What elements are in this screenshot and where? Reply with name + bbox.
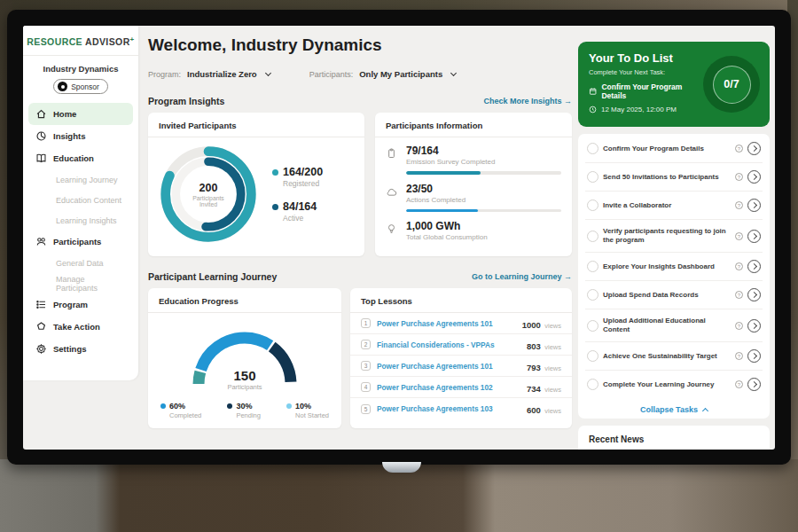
lesson-rank: 5 xyxy=(361,404,371,414)
info-icon[interactable] xyxy=(735,262,743,270)
task-checkbox[interactable] xyxy=(587,143,598,154)
task-row[interactable]: Send 50 Invitations to Participants xyxy=(585,163,763,192)
lesson-link[interactable]: Financial Considerations - VPPAs xyxy=(377,340,520,349)
lesson-link[interactable]: Power Purchase Agreements 101 xyxy=(377,362,520,371)
legend-dot xyxy=(272,204,278,210)
sidebar-item-education-content[interactable]: Education Content xyxy=(28,190,133,210)
task-checkbox[interactable] xyxy=(587,289,598,301)
lesson-row: 4 Power Purchase Agreements 102 734 view… xyxy=(350,377,572,398)
sidebar-item-general-data[interactable]: General Data xyxy=(28,253,133,273)
program-filter[interactable]: Program: Industrialize Zero xyxy=(148,69,270,79)
sidebar-item-settings[interactable]: Settings xyxy=(28,338,133,360)
task-row[interactable]: Complete Your Learning Journey xyxy=(585,371,763,398)
sponsor-badge[interactable]: Sponsor xyxy=(53,79,108,94)
chevron-right-icon[interactable] xyxy=(747,288,761,301)
participants-filter[interactable]: Participants: Only My Participants xyxy=(309,69,457,79)
legend-not-started: 10% Not Started xyxy=(286,402,329,419)
card-title: Education Progress xyxy=(148,288,341,313)
recent-news-title: Recent News xyxy=(578,426,770,450)
chevron-right-icon[interactable] xyxy=(747,199,761,212)
lesson-views: 734 views xyxy=(527,379,561,395)
settings-gear-icon xyxy=(35,343,47,355)
clock-icon xyxy=(589,106,597,113)
todo-task-list: Confirm Your Program Details Send 50 Inv… xyxy=(578,134,770,419)
chevron-right-icon[interactable] xyxy=(747,230,761,243)
task-checkbox[interactable] xyxy=(587,171,598,183)
chevron-right-icon[interactable] xyxy=(747,378,761,391)
sidebar-item-home[interactable]: Home xyxy=(28,103,133,125)
chevron-right-icon[interactable] xyxy=(747,319,761,332)
home-icon xyxy=(35,108,47,120)
sidebar-item-take-action[interactable]: Take Action xyxy=(28,316,133,338)
lesson-row: 1 Power Purchase Agreements 101 1000 vie… xyxy=(350,313,572,334)
info-icon[interactable] xyxy=(735,173,743,181)
task-row[interactable]: Upload Additional Educational Content xyxy=(585,309,763,342)
sidebar-item-learning-insights[interactable]: Learning Insights xyxy=(28,210,133,231)
metric-actions: 23/50 Actions Completed xyxy=(386,183,561,204)
sidebar-item-participants[interactable]: Participants xyxy=(28,231,133,253)
sidebar-item-insights[interactable]: Insights xyxy=(28,125,133,147)
sidebar-item-label: Home xyxy=(53,109,76,119)
lesson-link[interactable]: Power Purchase Agreements 102 xyxy=(377,383,520,392)
legend-dot xyxy=(227,403,232,409)
info-icon[interactable] xyxy=(735,380,743,388)
sidebar-item-program[interactable]: Program xyxy=(28,293,133,316)
legend-dot xyxy=(160,403,166,409)
brand-logo: RESOURCE ADVISOR+ xyxy=(23,26,138,56)
chevron-up-icon xyxy=(702,408,708,414)
task-checkbox[interactable] xyxy=(587,261,598,272)
chevron-right-icon[interactable] xyxy=(747,260,761,273)
brand-part2: ADVISOR xyxy=(85,36,130,47)
lesson-views: 803 views xyxy=(527,337,561,353)
sidebar-item-learning-journey[interactable]: Learning Journey xyxy=(28,169,133,190)
lesson-rank: 3 xyxy=(361,361,371,371)
donut-legend: 164/200 Registered 84/164 Active xyxy=(272,166,323,223)
chevron-right-icon[interactable] xyxy=(747,170,761,184)
chevron-right-icon[interactable] xyxy=(747,142,761,155)
learning-journey-header: Participant Learning Journey Go to Learn… xyxy=(148,271,572,282)
calendar-check-icon xyxy=(589,87,597,96)
clipboard-icon xyxy=(386,147,397,160)
insights-icon xyxy=(35,130,47,142)
info-icon[interactable] xyxy=(735,145,743,153)
participants-information-card: Participants Information 79/164 Emission… xyxy=(375,113,572,256)
task-checkbox[interactable] xyxy=(587,379,598,390)
lesson-row: 5 Power Purchase Agreements 103 600 view… xyxy=(350,398,572,419)
sidebar-item-education[interactable]: Education xyxy=(28,147,133,169)
info-icon[interactable] xyxy=(735,201,743,209)
lightbulb-icon xyxy=(386,223,397,235)
gauge-center-value: 150 xyxy=(183,368,307,383)
lesson-link[interactable]: Power Purchase Agreements 103 xyxy=(377,404,520,413)
top-lessons-card: Top Lessons 1 Power Purchase Agreements … xyxy=(350,288,572,428)
task-row[interactable]: Confirm Your Program Details xyxy=(585,135,763,163)
task-row[interactable]: Achieve One Sustainability Target xyxy=(585,342,763,371)
task-row[interactable]: Explore Your Insights Dashboard xyxy=(585,253,763,281)
sidebar-item-manage-participants[interactable]: Manage Participants xyxy=(28,273,133,293)
legend-dot xyxy=(272,169,278,176)
go-to-learning-journey-link[interactable]: Go to Learning Journey → xyxy=(472,272,572,281)
task-checkbox[interactable] xyxy=(587,350,598,362)
check-more-insights-link[interactable]: Check More Insights → xyxy=(483,97,572,106)
task-row[interactable]: Invite a Collaborator xyxy=(585,192,763,220)
lesson-views: 1000 views xyxy=(522,316,561,332)
lesson-link[interactable]: Power Purchase Agreements 101 xyxy=(377,319,516,328)
info-icon[interactable] xyxy=(735,232,743,240)
info-icon[interactable] xyxy=(735,291,743,299)
program-filter-value: Industrialize Zero xyxy=(187,69,257,79)
task-row[interactable]: Verify participants requesting to join t… xyxy=(585,220,763,253)
info-icon[interactable] xyxy=(735,322,743,330)
take-action-icon xyxy=(35,321,47,332)
app-window: RESOURCE ADVISOR+ Industry Dynamics Spon… xyxy=(23,26,775,450)
collapse-tasks-link[interactable]: Collapse Tasks xyxy=(585,398,763,419)
lesson-views: 793 views xyxy=(527,358,561,374)
task-checkbox[interactable] xyxy=(587,231,598,242)
recent-news-card: Recent News xyxy=(578,426,770,450)
task-checkbox[interactable] xyxy=(587,200,598,211)
task-row[interactable]: Upload Spend Data Records xyxy=(585,281,763,309)
chevron-down-icon xyxy=(265,70,271,76)
participants-filter-value: Only My Participants xyxy=(359,69,442,79)
task-checkbox[interactable] xyxy=(587,320,598,332)
sidebar-item-label: Program xyxy=(53,300,88,309)
info-icon[interactable] xyxy=(735,352,743,360)
chevron-right-icon[interactable] xyxy=(747,349,761,363)
